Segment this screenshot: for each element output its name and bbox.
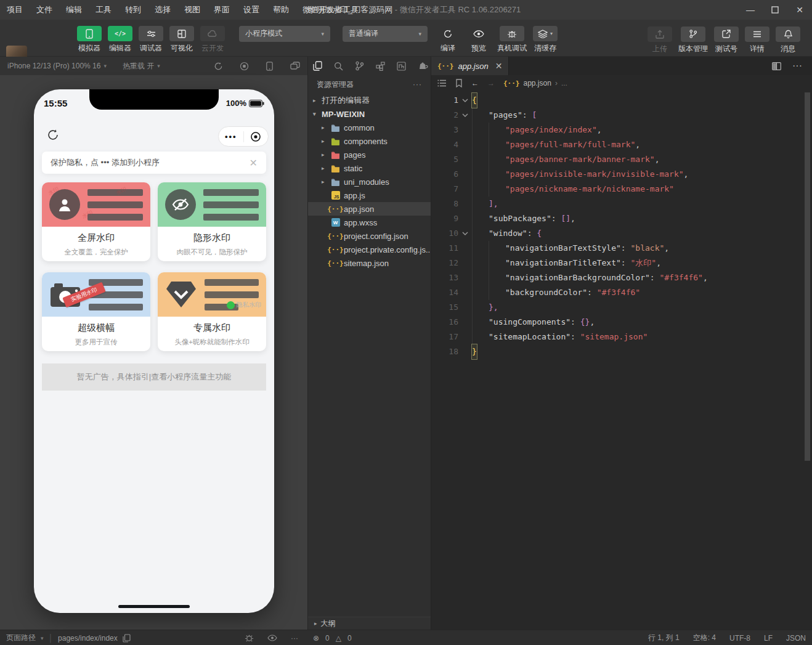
详情-button[interactable]: 详情 — [745, 26, 769, 54]
outline-section[interactable]: ▸大纲 — [308, 617, 431, 630]
fold-chevron-icon[interactable] — [458, 93, 472, 108]
files-icon[interactable] — [313, 61, 322, 71]
chevron-right-icon[interactable]: ▸ — [322, 152, 330, 158]
rotate-icon[interactable] — [214, 62, 223, 71]
预览-button[interactable]: 预览 — [466, 26, 491, 54]
status-item[interactable]: UTF-8 — [729, 634, 750, 643]
status-item[interactable]: 空格: 4 — [693, 633, 716, 643]
device-dropdown[interactable]: iPhone 12/13 (Pro) 100% 16▾ — [7, 62, 107, 70]
minimize-button[interactable]: — — [738, 0, 763, 20]
maximize-button[interactable] — [763, 0, 787, 20]
tree-item-sitemap.json[interactable]: {··}sitemap.json — [308, 256, 431, 270]
code-line-4[interactable]: 4"pages/full-mark/full-mark", — [431, 137, 812, 152]
sim-more-icon[interactable]: ··· — [291, 634, 298, 643]
split-editor-icon[interactable] — [772, 62, 781, 70]
code-line-12[interactable]: 12"navigationBarTitleText": "水印", — [431, 256, 812, 270]
status-item[interactable]: LF — [764, 634, 773, 643]
feature-card-4[interactable]: 隐私水印专属水印头像+昵称就能制作水印 — [158, 272, 266, 351]
capsule-button[interactable]: ••• — [218, 126, 269, 147]
more-dots-icon[interactable]: ••• — [219, 128, 243, 146]
breadcrumb-file[interactable]: {··} app.json › ... — [503, 79, 567, 87]
feature-card-1[interactable]: 水印水印水印全屏水印全文覆盖，完全保护 — [42, 182, 150, 261]
record-icon[interactable] — [240, 62, 249, 71]
bookmark-icon[interactable] — [455, 79, 463, 87]
close-button[interactable]: ✕ — [787, 0, 812, 20]
code-editor[interactable]: 1{2"pages": [3"pages/index/index",4"page… — [431, 91, 812, 630]
menu-item[interactable]: 工具 — [89, 0, 118, 20]
nav-forward-icon[interactable]: → — [487, 79, 495, 87]
编译-button[interactable]: 编译 — [436, 26, 460, 54]
code-line-11[interactable]: 11"navigationBarTextStyle": "black", — [431, 241, 812, 256]
status-item[interactable]: JSON — [786, 634, 806, 643]
code-line-3[interactable]: 3"pages/index/index", — [431, 123, 812, 137]
fold-chevron-icon[interactable] — [458, 108, 472, 123]
code-line-15[interactable]: 15}, — [431, 300, 812, 315]
code-line-6[interactable]: 6"pages/invisible-mark/invisible-mark", — [431, 167, 812, 182]
mode-dropdown[interactable]: 小程序模式▾ — [239, 26, 330, 42]
chevron-right-icon[interactable]: ▸ — [322, 124, 330, 131]
消息-button[interactable]: 消息 — [776, 26, 800, 54]
menu-item[interactable]: 编辑 — [59, 0, 89, 20]
code-line-9[interactable]: 9"subPackages": [], — [431, 211, 812, 226]
chevron-right-icon[interactable]: ▸ — [322, 138, 330, 144]
hot-reload-dropdown[interactable]: 热重载 开▾ — [123, 61, 160, 71]
code-line-13[interactable]: 13"navigationBarBackgroundColor": "#f3f4… — [431, 270, 812, 285]
测试号-button[interactable]: 测试号 — [714, 26, 739, 54]
tree-item-app.wxss[interactable]: Wapp.wxss — [308, 216, 431, 229]
code-line-1[interactable]: 1{ — [431, 93, 812, 108]
editor-more-icon[interactable]: ··· — [792, 60, 802, 71]
banner-close-icon[interactable]: ✕ — [250, 157, 258, 169]
编辑器-button[interactable]: </>编辑器 — [108, 26, 132, 54]
fold-chevron-icon[interactable] — [458, 226, 472, 241]
code-line-14[interactable]: 14"backgroundColor": "#f3f4f6" — [431, 285, 812, 300]
tab-app-json[interactable]: {··} app.json ✕ — [431, 57, 509, 75]
tab-close-icon[interactable]: ✕ — [495, 61, 503, 71]
code-line-2[interactable]: 2"pages": [ — [431, 108, 812, 123]
editor-scrollbar[interactable] — [805, 92, 810, 461]
code-line-17[interactable]: 17"sitemapLocation": "sitemap.json" — [431, 330, 812, 344]
code-line-18[interactable]: 18} — [431, 344, 812, 359]
tree-item-app.json[interactable]: {··}app.json — [308, 202, 431, 216]
tree-item-MP-WEIXIN[interactable]: ▾MP-WEIXIN — [308, 107, 431, 121]
code-line-7[interactable]: 7"pages/nickname-mark/nickname-mark" — [431, 182, 812, 197]
chevron-down-icon[interactable]: ▾ — [313, 111, 322, 117]
problems-indicator[interactable]: ⊗0 △0 — [313, 630, 352, 645]
版本管理-button[interactable]: 版本管理 — [678, 26, 708, 54]
compile-dropdown[interactable]: 普通编译▾ — [343, 26, 428, 42]
menu-item[interactable]: 界面 — [207, 0, 237, 20]
chevron-right-icon[interactable]: ▸ — [322, 179, 330, 185]
tree-item-app.js[interactable]: JSapp.js — [308, 189, 431, 202]
清缓存-button[interactable]: ▾清缓存 — [533, 26, 558, 54]
menu-item[interactable]: 视图 — [177, 0, 207, 20]
调试器-button[interactable]: 调试器 — [139, 26, 163, 54]
privacy-banner[interactable]: 保护隐私，点 ••• 添加到小程序 ✕ — [42, 152, 266, 174]
模拟器-button[interactable]: 模拟器 — [77, 26, 102, 54]
code-line-5[interactable]: 5"pages/banner-mark/banner-mark", — [431, 152, 812, 167]
npm-panel-icon[interactable] — [397, 62, 406, 71]
page-path-value[interactable]: pages/index/index — [58, 634, 118, 643]
nav-back-icon[interactable]: ← — [471, 79, 479, 87]
tree-item-common[interactable]: ▸common — [308, 121, 431, 134]
float-window-icon[interactable] — [290, 62, 300, 70]
menu-item[interactable]: 转到 — [118, 0, 148, 20]
tree-item-components[interactable]: ▸components — [308, 134, 431, 148]
tree-item-uni_modules[interactable]: ▸uni_modules — [308, 175, 431, 189]
feature-card-2[interactable]: 隐形水印肉眼不可见，隐形保护 — [158, 182, 266, 261]
tree-item-static[interactable]: ▸static — [308, 161, 431, 175]
tree-item-project.private.config.js...[interactable]: {··}project.private.config.js... — [308, 243, 431, 256]
menu-item[interactable]: 选择 — [148, 0, 177, 20]
feature-card-3[interactable]: 实验用水印超级横幅更多用于宣传 — [42, 272, 150, 351]
status-item[interactable]: 行 1, 列 1 — [648, 633, 680, 643]
home-indicator[interactable] — [118, 605, 190, 608]
tree-item--[interactable]: ▸打开的编辑器 — [308, 94, 431, 107]
explorer-more-icon[interactable]: ··· — [413, 80, 422, 89]
真机调试-button[interactable]: 真机调试 — [497, 26, 527, 54]
extensions-icon[interactable] — [376, 62, 385, 71]
code-line-10[interactable]: 10"window": { — [431, 226, 812, 241]
menu-item[interactable]: 设置 — [237, 0, 266, 20]
chevron-right-icon[interactable]: ▸ — [313, 97, 322, 103]
refresh-page-icon[interactable] — [46, 128, 60, 142]
menu-item[interactable]: 项目 — [0, 0, 30, 20]
home-target-icon[interactable] — [244, 131, 269, 142]
menu-item[interactable]: 文件 — [30, 0, 59, 20]
